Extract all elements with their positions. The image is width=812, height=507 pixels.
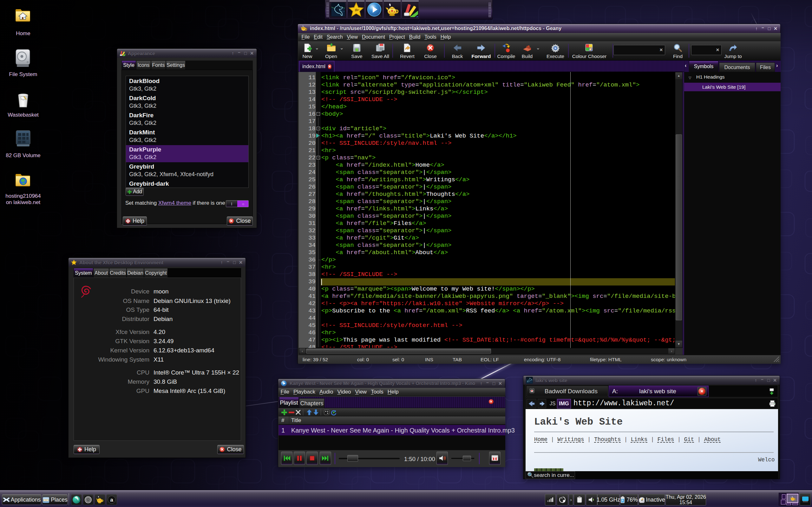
svg-text:a: a [110, 497, 113, 503]
